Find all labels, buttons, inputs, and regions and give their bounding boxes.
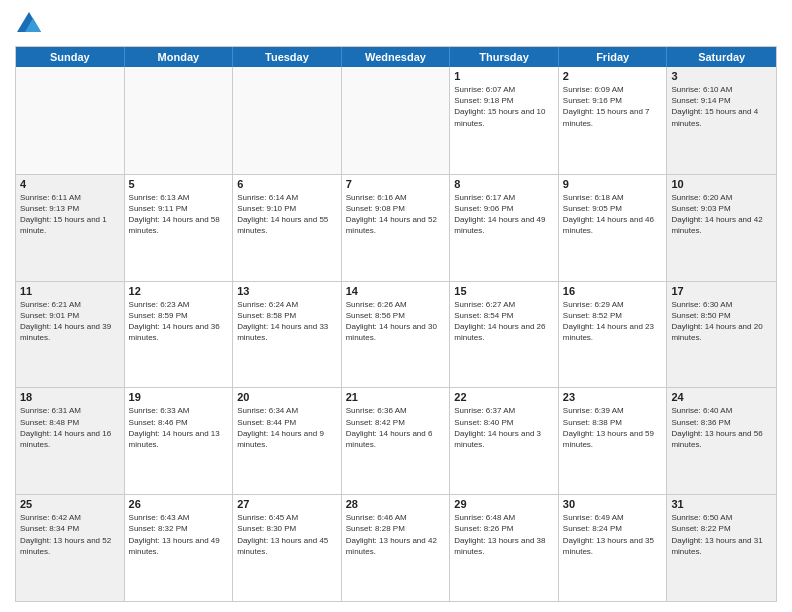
header-day-thursday: Thursday	[450, 47, 559, 67]
header-day-friday: Friday	[559, 47, 668, 67]
empty-cell	[342, 67, 451, 174]
day-cell-25: 25Sunrise: 6:42 AM Sunset: 8:34 PM Dayli…	[16, 495, 125, 601]
header-day-tuesday: Tuesday	[233, 47, 342, 67]
day-info: Sunrise: 6:49 AM Sunset: 8:24 PM Dayligh…	[563, 512, 663, 557]
day-number: 23	[563, 391, 663, 403]
day-number: 20	[237, 391, 337, 403]
empty-cell	[233, 67, 342, 174]
day-number: 14	[346, 285, 446, 297]
calendar: SundayMondayTuesdayWednesdayThursdayFrid…	[15, 46, 777, 602]
day-info: Sunrise: 6:43 AM Sunset: 8:32 PM Dayligh…	[129, 512, 229, 557]
day-cell-27: 27Sunrise: 6:45 AM Sunset: 8:30 PM Dayli…	[233, 495, 342, 601]
day-cell-8: 8Sunrise: 6:17 AM Sunset: 9:06 PM Daylig…	[450, 175, 559, 281]
day-number: 22	[454, 391, 554, 403]
day-cell-22: 22Sunrise: 6:37 AM Sunset: 8:40 PM Dayli…	[450, 388, 559, 494]
day-info: Sunrise: 6:20 AM Sunset: 9:03 PM Dayligh…	[671, 192, 772, 237]
day-number: 19	[129, 391, 229, 403]
day-info: Sunrise: 6:18 AM Sunset: 9:05 PM Dayligh…	[563, 192, 663, 237]
day-info: Sunrise: 6:26 AM Sunset: 8:56 PM Dayligh…	[346, 299, 446, 344]
header-day-monday: Monday	[125, 47, 234, 67]
day-info: Sunrise: 6:42 AM Sunset: 8:34 PM Dayligh…	[20, 512, 120, 557]
day-number: 27	[237, 498, 337, 510]
day-info: Sunrise: 6:13 AM Sunset: 9:11 PM Dayligh…	[129, 192, 229, 237]
day-number: 21	[346, 391, 446, 403]
day-info: Sunrise: 6:14 AM Sunset: 9:10 PM Dayligh…	[237, 192, 337, 237]
day-number: 28	[346, 498, 446, 510]
header-day-sunday: Sunday	[16, 47, 125, 67]
day-number: 13	[237, 285, 337, 297]
day-number: 1	[454, 70, 554, 82]
day-cell-30: 30Sunrise: 6:49 AM Sunset: 8:24 PM Dayli…	[559, 495, 668, 601]
day-info: Sunrise: 6:33 AM Sunset: 8:46 PM Dayligh…	[129, 405, 229, 450]
day-number: 26	[129, 498, 229, 510]
day-number: 2	[563, 70, 663, 82]
day-cell-20: 20Sunrise: 6:34 AM Sunset: 8:44 PM Dayli…	[233, 388, 342, 494]
day-info: Sunrise: 6:09 AM Sunset: 9:16 PM Dayligh…	[563, 84, 663, 129]
day-cell-13: 13Sunrise: 6:24 AM Sunset: 8:58 PM Dayli…	[233, 282, 342, 388]
day-cell-19: 19Sunrise: 6:33 AM Sunset: 8:46 PM Dayli…	[125, 388, 234, 494]
day-info: Sunrise: 6:40 AM Sunset: 8:36 PM Dayligh…	[671, 405, 772, 450]
day-number: 8	[454, 178, 554, 190]
day-number: 18	[20, 391, 120, 403]
day-number: 15	[454, 285, 554, 297]
day-cell-9: 9Sunrise: 6:18 AM Sunset: 9:05 PM Daylig…	[559, 175, 668, 281]
day-number: 9	[563, 178, 663, 190]
page: SundayMondayTuesdayWednesdayThursdayFrid…	[0, 0, 792, 612]
calendar-body: 1Sunrise: 6:07 AM Sunset: 9:18 PM Daylig…	[16, 67, 776, 601]
day-cell-18: 18Sunrise: 6:31 AM Sunset: 8:48 PM Dayli…	[16, 388, 125, 494]
day-info: Sunrise: 6:11 AM Sunset: 9:13 PM Dayligh…	[20, 192, 120, 237]
day-number: 16	[563, 285, 663, 297]
day-info: Sunrise: 6:24 AM Sunset: 8:58 PM Dayligh…	[237, 299, 337, 344]
day-cell-28: 28Sunrise: 6:46 AM Sunset: 8:28 PM Dayli…	[342, 495, 451, 601]
day-cell-2: 2Sunrise: 6:09 AM Sunset: 9:16 PM Daylig…	[559, 67, 668, 174]
day-cell-10: 10Sunrise: 6:20 AM Sunset: 9:03 PM Dayli…	[667, 175, 776, 281]
day-info: Sunrise: 6:45 AM Sunset: 8:30 PM Dayligh…	[237, 512, 337, 557]
day-number: 17	[671, 285, 772, 297]
day-cell-31: 31Sunrise: 6:50 AM Sunset: 8:22 PM Dayli…	[667, 495, 776, 601]
header-day-saturday: Saturday	[667, 47, 776, 67]
day-number: 10	[671, 178, 772, 190]
day-number: 7	[346, 178, 446, 190]
day-info: Sunrise: 6:10 AM Sunset: 9:14 PM Dayligh…	[671, 84, 772, 129]
calendar-row-5: 25Sunrise: 6:42 AM Sunset: 8:34 PM Dayli…	[16, 494, 776, 601]
day-number: 6	[237, 178, 337, 190]
day-cell-15: 15Sunrise: 6:27 AM Sunset: 8:54 PM Dayli…	[450, 282, 559, 388]
day-number: 29	[454, 498, 554, 510]
calendar-row-4: 18Sunrise: 6:31 AM Sunset: 8:48 PM Dayli…	[16, 387, 776, 494]
day-cell-23: 23Sunrise: 6:39 AM Sunset: 8:38 PM Dayli…	[559, 388, 668, 494]
empty-cell	[16, 67, 125, 174]
header-day-wednesday: Wednesday	[342, 47, 451, 67]
day-info: Sunrise: 6:34 AM Sunset: 8:44 PM Dayligh…	[237, 405, 337, 450]
day-cell-29: 29Sunrise: 6:48 AM Sunset: 8:26 PM Dayli…	[450, 495, 559, 601]
day-number: 3	[671, 70, 772, 82]
day-number: 30	[563, 498, 663, 510]
calendar-row-1: 1Sunrise: 6:07 AM Sunset: 9:18 PM Daylig…	[16, 67, 776, 174]
day-cell-3: 3Sunrise: 6:10 AM Sunset: 9:14 PM Daylig…	[667, 67, 776, 174]
calendar-row-3: 11Sunrise: 6:21 AM Sunset: 9:01 PM Dayli…	[16, 281, 776, 388]
day-cell-21: 21Sunrise: 6:36 AM Sunset: 8:42 PM Dayli…	[342, 388, 451, 494]
day-info: Sunrise: 6:37 AM Sunset: 8:40 PM Dayligh…	[454, 405, 554, 450]
day-info: Sunrise: 6:29 AM Sunset: 8:52 PM Dayligh…	[563, 299, 663, 344]
day-info: Sunrise: 6:23 AM Sunset: 8:59 PM Dayligh…	[129, 299, 229, 344]
day-cell-4: 4Sunrise: 6:11 AM Sunset: 9:13 PM Daylig…	[16, 175, 125, 281]
day-info: Sunrise: 6:07 AM Sunset: 9:18 PM Dayligh…	[454, 84, 554, 129]
day-cell-17: 17Sunrise: 6:30 AM Sunset: 8:50 PM Dayli…	[667, 282, 776, 388]
day-cell-12: 12Sunrise: 6:23 AM Sunset: 8:59 PM Dayli…	[125, 282, 234, 388]
day-cell-16: 16Sunrise: 6:29 AM Sunset: 8:52 PM Dayli…	[559, 282, 668, 388]
day-info: Sunrise: 6:31 AM Sunset: 8:48 PM Dayligh…	[20, 405, 120, 450]
empty-cell	[125, 67, 234, 174]
day-cell-1: 1Sunrise: 6:07 AM Sunset: 9:18 PM Daylig…	[450, 67, 559, 174]
day-number: 5	[129, 178, 229, 190]
day-cell-6: 6Sunrise: 6:14 AM Sunset: 9:10 PM Daylig…	[233, 175, 342, 281]
day-info: Sunrise: 6:36 AM Sunset: 8:42 PM Dayligh…	[346, 405, 446, 450]
logo-icon	[15, 10, 43, 38]
day-info: Sunrise: 6:17 AM Sunset: 9:06 PM Dayligh…	[454, 192, 554, 237]
day-cell-11: 11Sunrise: 6:21 AM Sunset: 9:01 PM Dayli…	[16, 282, 125, 388]
day-number: 25	[20, 498, 120, 510]
day-number: 11	[20, 285, 120, 297]
calendar-header: SundayMondayTuesdayWednesdayThursdayFrid…	[16, 47, 776, 67]
day-cell-14: 14Sunrise: 6:26 AM Sunset: 8:56 PM Dayli…	[342, 282, 451, 388]
day-number: 24	[671, 391, 772, 403]
day-info: Sunrise: 6:30 AM Sunset: 8:50 PM Dayligh…	[671, 299, 772, 344]
day-info: Sunrise: 6:39 AM Sunset: 8:38 PM Dayligh…	[563, 405, 663, 450]
